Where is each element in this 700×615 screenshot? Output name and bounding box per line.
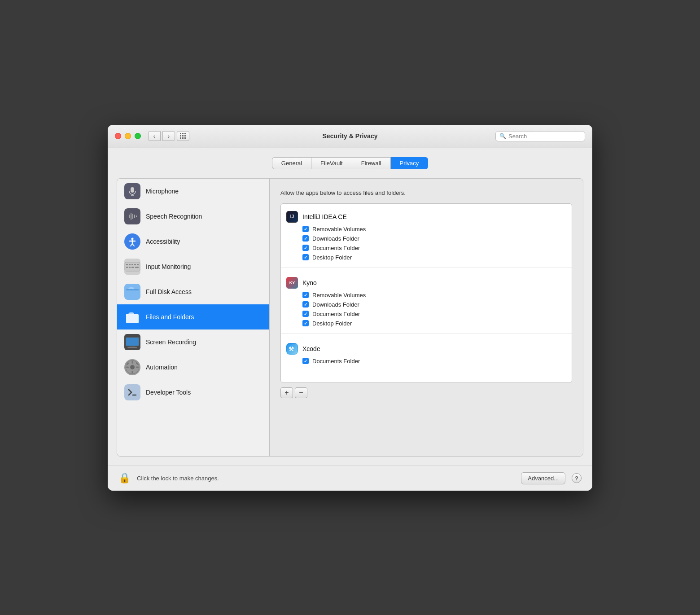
xcode-icon: ⚒ [286, 343, 298, 355]
sidebar-item-automation[interactable]: Automation [117, 355, 269, 380]
app-entry-xcode: ⚒ Xcode ✓ Documents Folder [281, 336, 572, 369]
sidebar-item-full-disk-access[interactable]: Full Disk Access [117, 279, 269, 304]
tab-bar: General FileVault Firewall Privacy [117, 157, 583, 169]
screen-recording-icon [124, 334, 140, 350]
svg-rect-5 [132, 214, 133, 219]
permission-documents-xcode[interactable]: ✓ Documents Folder [286, 356, 566, 366]
automation-icon [124, 359, 140, 375]
permission-label: Documents Folder [312, 245, 360, 251]
checkbox-documents-xcode[interactable]: ✓ [302, 358, 309, 364]
footer-text: Click the lock to make changes. [137, 475, 515, 482]
intellij-icon: IJ [286, 211, 298, 223]
app-entry-kyno: KY Kyno ✓ Removable Volumes ✓ Downloads … [281, 270, 572, 332]
permission-documents-intellij[interactable]: ✓ Documents Folder [286, 243, 566, 253]
sidebar-label-accessibility: Accessibility [146, 238, 180, 245]
right-panel: Allow the apps below to access files and… [270, 179, 583, 456]
svg-rect-26 [126, 314, 139, 323]
help-button[interactable]: ? [572, 473, 582, 483]
back-button[interactable]: ‹ [148, 131, 161, 141]
permission-removable-volumes-kyno[interactable]: ✓ Removable Volumes [286, 290, 566, 300]
search-box[interactable]: 🔍 [495, 131, 585, 141]
permission-desktop-kyno[interactable]: ✓ Desktop Folder [286, 319, 566, 328]
speech-recognition-icon [124, 208, 140, 224]
svg-text:⚒: ⚒ [289, 346, 294, 352]
permission-documents-kyno[interactable]: ✓ Documents Folder [286, 309, 566, 319]
sidebar-item-speech-recognition[interactable]: Speech Recognition [117, 204, 269, 229]
sidebar-item-files-and-folders[interactable]: Files and Folders [117, 304, 269, 329]
sidebar-item-accessibility[interactable]: Accessibility [117, 229, 269, 254]
permission-label: Removable Volumes [312, 226, 366, 233]
grid-view-button[interactable] [177, 131, 189, 141]
permission-downloads-kyno[interactable]: ✓ Downloads Folder [286, 300, 566, 309]
sidebar-item-developer-tools[interactable]: Developer Tools [117, 380, 269, 405]
svg-rect-7 [136, 215, 137, 217]
fullscreen-button[interactable] [135, 133, 141, 139]
checkbox-desktop-intellij[interactable]: ✓ [302, 254, 309, 260]
minimize-button[interactable] [125, 133, 131, 139]
permission-label: Desktop Folder [312, 254, 352, 261]
sidebar-label-automation: Automation [146, 364, 178, 371]
accessibility-icon [124, 233, 140, 250]
checkbox-documents-kyno[interactable]: ✓ [302, 311, 309, 317]
permission-downloads-intellij[interactable]: ✓ Downloads Folder [286, 234, 566, 243]
svg-rect-4 [131, 213, 131, 220]
checkbox-desktop-kyno[interactable]: ✓ [302, 320, 309, 326]
svg-rect-17 [131, 264, 133, 265]
developer-tools-icon [124, 384, 140, 400]
sidebar-label-speech-recognition: Speech Recognition [146, 213, 202, 220]
permission-removable-volumes-intellij[interactable]: ✓ Removable Volumes [286, 224, 566, 234]
checkbox-downloads-kyno[interactable]: ✓ [302, 301, 309, 308]
nav-buttons: ‹ › [148, 131, 175, 141]
permission-label: Downloads Folder [312, 301, 359, 308]
svg-rect-22 [131, 267, 134, 268]
search-input[interactable] [508, 133, 581, 140]
svg-rect-28 [126, 338, 139, 346]
svg-rect-23 [135, 267, 139, 268]
svg-point-32 [130, 365, 135, 369]
forward-button[interactable]: › [162, 131, 175, 141]
tab-privacy[interactable]: Privacy [391, 157, 429, 169]
main-window: ‹ › Security & Privacy 🔍 General FileVau… [108, 125, 592, 491]
grid-icon [180, 133, 186, 139]
app-separator-2 [281, 334, 572, 334]
svg-rect-0 [131, 187, 134, 193]
permission-label: Documents Folder [312, 358, 360, 365]
sidebar-label-developer-tools: Developer Tools [146, 389, 191, 396]
sidebar-label-full-disk-access: Full Disk Access [146, 288, 192, 295]
svg-rect-36 [136, 366, 139, 368]
svg-rect-3 [129, 215, 130, 218]
svg-rect-19 [137, 264, 139, 265]
panel-description: Allow the apps below to access files and… [280, 189, 572, 196]
svg-rect-39 [126, 386, 139, 399]
app-name-kyno: Kyno [302, 279, 317, 286]
sidebar-item-screen-recording[interactable]: Screen Recording [117, 329, 269, 355]
tab-filevault[interactable]: FileVault [311, 157, 352, 169]
kyno-icon: KY [286, 277, 298, 289]
close-button[interactable] [115, 133, 121, 139]
remove-app-button[interactable]: − [295, 387, 307, 398]
svg-rect-15 [126, 264, 128, 265]
permission-label: Downloads Folder [312, 235, 359, 242]
permission-label: Desktop Folder [312, 320, 352, 327]
sidebar-item-input-monitoring[interactable]: Input Monitoring [117, 254, 269, 279]
checkbox-downloads-intellij[interactable]: ✓ [302, 235, 309, 242]
permission-label: Documents Folder [312, 311, 360, 317]
sidebar-label-microphone: Microphone [146, 188, 179, 195]
main-panel: Microphone Speech Recognition [117, 178, 583, 457]
traffic-lights [115, 133, 141, 139]
permission-desktop-intellij[interactable]: ✓ Desktop Folder [286, 253, 566, 262]
tab-general[interactable]: General [272, 157, 311, 169]
sidebar-item-microphone[interactable]: Microphone [117, 179, 269, 204]
search-icon: 🔍 [499, 133, 506, 139]
window-title: Security & Privacy [323, 132, 378, 140]
svg-rect-18 [134, 264, 136, 265]
lock-icon[interactable]: 🔒 [118, 472, 131, 484]
checkbox-documents-intellij[interactable]: ✓ [302, 245, 309, 251]
checkbox-removable-volumes-intellij[interactable]: ✓ [302, 226, 309, 232]
tab-firewall[interactable]: Firewall [352, 157, 391, 169]
add-app-button[interactable]: + [280, 387, 293, 398]
checkbox-removable-volumes-kyno[interactable]: ✓ [302, 292, 309, 298]
sidebar-label-files-and-folders: Files and Folders [146, 313, 194, 321]
app-name-intellij: IntelliJ IDEA CE [302, 213, 347, 220]
advanced-button[interactable]: Advanced... [521, 472, 565, 484]
